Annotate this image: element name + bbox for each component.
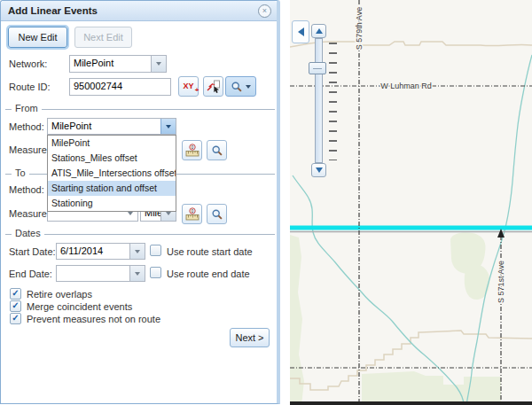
xy-icon: XY+	[183, 82, 193, 90]
merge-coincident-events-checkbox[interactable]: ✓	[10, 300, 21, 312]
panel-collapse-button[interactable]	[292, 20, 309, 43]
check-icon: ✓	[12, 289, 19, 298]
from-measure-search-button[interactable]	[207, 140, 227, 160]
network-label: Network:	[9, 58, 47, 69]
chevron-down-icon	[166, 125, 171, 129]
dropdown-option-stations-miles-offset[interactable]: Stations_Miles offset	[48, 151, 176, 166]
prevent-measures-checkbox[interactable]: ✓	[10, 313, 21, 324]
map-viewport[interactable]: W Luhman Rd S 579th Ave S 571st Ave	[290, 0, 532, 405]
to-measure-label: Measure:	[9, 208, 50, 219]
dropdown-option-atis-mile-intersections-offset[interactable]: ATIS_Mile_Intersections offset	[48, 166, 176, 181]
check-icon: ✓	[12, 314, 19, 323]
end-date-value	[57, 266, 129, 281]
measure-ruler-icon: 0	[185, 207, 200, 222]
search-icon	[211, 208, 223, 221]
zoom-in-arrow-icon	[316, 28, 323, 34]
prevent-measures-label: Prevent measures not on route	[27, 314, 160, 324]
chevron-down-icon	[135, 272, 140, 276]
panel-header: Add Linear Events ×	[1, 1, 277, 21]
road-label-s579th-ave: S 579th Ave	[355, 7, 364, 50]
route-id-input[interactable]: 950002744	[69, 78, 171, 96]
dropdown-option-milepoint[interactable]: MilePoint	[48, 136, 176, 151]
use-route-start-date-label: Use route start date	[167, 246, 253, 257]
from-method-combobox[interactable]: MilePoint	[47, 118, 176, 135]
svg-text:0: 0	[191, 144, 193, 150]
dates-fieldset-legend: Dates	[5, 229, 275, 239]
use-route-end-date-label: Use route end date	[167, 269, 250, 279]
zoom-in-button[interactable]	[311, 24, 326, 38]
measure-ruler-icon: 0	[185, 144, 200, 158]
method-dropdown-list: MilePoint Stations_Miles offset ATIS_Mil…	[47, 135, 176, 212]
network-combobox[interactable]: MilePoint	[69, 55, 167, 73]
search-icon	[231, 81, 243, 93]
use-route-start-date-checkbox[interactable]	[150, 245, 161, 256]
zoom-out-arrow-icon	[316, 167, 323, 173]
select-xy-button[interactable]: XY+	[178, 76, 199, 97]
to-measure-search-button[interactable]	[207, 204, 227, 224]
chevron-down-icon	[246, 85, 251, 89]
map-bottom-edge	[290, 401, 532, 405]
chevron-down-icon	[166, 212, 171, 215]
zoom-slider-track[interactable]	[315, 38, 323, 163]
network-value: MilePoint	[70, 56, 151, 72]
map-canvas: W Luhman Rd S 579th Ave S 571st Ave	[290, 0, 532, 405]
select-route-icon	[207, 80, 221, 94]
road-label-w-luhman-rd: W Luhman Rd	[380, 82, 432, 90]
end-date-dropdown-trigger[interactable]	[129, 266, 145, 281]
search-icon	[211, 144, 223, 157]
merge-coincident-events-label: Merge coincident events	[27, 301, 132, 312]
chevron-down-icon	[135, 250, 140, 253]
collapse-left-arrow-icon	[298, 27, 304, 36]
dropdown-option-starting-station-and-offset[interactable]: Starting station and offset	[48, 181, 176, 196]
to-measure-on-map-button[interactable]: 0	[182, 204, 202, 224]
retire-overlaps-checkbox[interactable]: ✓	[10, 288, 21, 300]
start-date-label: Start Date:	[9, 246, 56, 257]
from-measure-label: Measure:	[9, 144, 50, 155]
chevron-down-icon	[128, 212, 133, 215]
retire-overlaps-label: Retire overlaps	[27, 289, 92, 300]
app-window: W Luhman Rd S 579th Ave S 571st Ave Add …	[0, 0, 532, 405]
from-method-value: MilePoint	[48, 119, 160, 134]
check-icon: ✓	[12, 301, 19, 310]
use-route-end-date-checkbox[interactable]	[150, 267, 161, 278]
panel-title: Add Linear Events	[1, 1, 277, 20]
zoom-out-button[interactable]	[311, 163, 326, 177]
close-icon[interactable]: ×	[258, 4, 271, 18]
dropdown-option-stationing[interactable]: Stationing	[48, 196, 176, 211]
add-linear-events-panel: Add Linear Events × New Edit Next Edit N…	[0, 0, 280, 404]
next-edit-button[interactable]: Next Edit	[74, 27, 132, 48]
chevron-down-icon	[156, 62, 161, 66]
zoom-slider-ticks	[329, 43, 337, 160]
start-date-combobox[interactable]: 6/11/2014	[56, 243, 145, 260]
network-dropdown-trigger[interactable]	[151, 56, 166, 72]
new-edit-button[interactable]: New Edit	[8, 27, 67, 48]
from-method-label: Method:	[9, 121, 44, 132]
svg-text:0: 0	[191, 208, 193, 214]
end-date-combobox[interactable]	[56, 265, 145, 282]
select-route-on-map-button[interactable]	[203, 76, 223, 97]
end-date-label: End Date:	[9, 269, 52, 279]
from-fieldset-legend: From	[5, 104, 275, 114]
route-search-split-button[interactable]	[225, 76, 256, 97]
start-date-value: 6/11/2014	[57, 244, 129, 259]
road-label-s571st-ave: S 571st Ave	[497, 261, 505, 303]
zoom-slider-handle[interactable]	[309, 62, 326, 74]
route-id-label: Route ID:	[9, 82, 50, 92]
from-method-dropdown-trigger[interactable]	[160, 119, 176, 134]
next-button[interactable]: Next >	[230, 328, 270, 347]
to-method-label: Method:	[9, 184, 44, 195]
from-measure-on-map-button[interactable]: 0	[182, 140, 202, 160]
start-date-dropdown-trigger[interactable]	[129, 244, 145, 259]
